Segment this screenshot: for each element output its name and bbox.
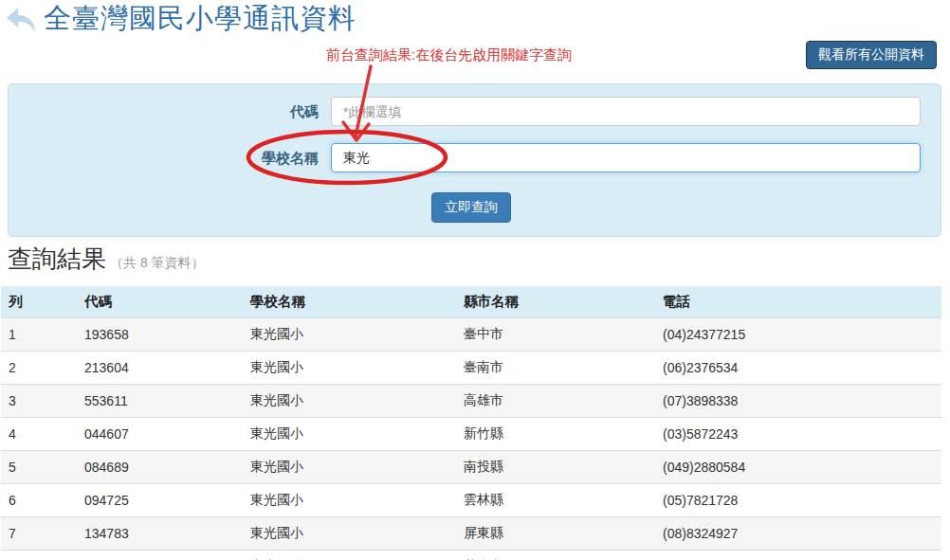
cell-school: 東光國小 bbox=[243, 551, 456, 560]
cell-school: 東光國小 bbox=[243, 484, 456, 517]
table-row: 1 193658 東光國小 臺中市 (04)24377215 bbox=[1, 318, 941, 352]
back-arrow-icon[interactable] bbox=[4, 6, 39, 35]
cell-county: 南投縣 bbox=[456, 451, 655, 484]
view-all-public-data-button[interactable]: 觀看所有公開資料 bbox=[806, 41, 937, 69]
page-title: 全臺灣國民小學通訊資料 bbox=[44, 0, 356, 38]
cell-phone: (02)24650329 bbox=[655, 551, 941, 560]
school-name-label: 學校名稱 bbox=[9, 143, 319, 172]
cell-row-no: 4 bbox=[1, 418, 77, 451]
table-row: 4 044607 東光國小 新竹縣 (03)5872243 bbox=[1, 418, 941, 451]
cell-county: 雲林縣 bbox=[456, 484, 655, 517]
cell-row-no: 2 bbox=[1, 352, 77, 385]
table-row: 8 173610 東光國小 基隆市 (02)24650329 bbox=[1, 551, 941, 560]
column-header-school: 學校名稱 bbox=[243, 286, 456, 318]
column-header-row: 列 bbox=[1, 286, 77, 318]
cell-school: 東光國小 bbox=[243, 451, 456, 484]
cell-phone: (05)7821728 bbox=[655, 484, 941, 517]
cell-school: 東光國小 bbox=[243, 517, 456, 551]
cell-row-no: 3 bbox=[1, 385, 77, 418]
cell-row-no: 5 bbox=[1, 451, 77, 484]
cell-row-no: 7 bbox=[1, 517, 77, 551]
table-row: 7 134783 東光國小 屏東縣 (08)8324927 bbox=[1, 517, 941, 551]
cell-code: 044607 bbox=[77, 418, 243, 451]
cell-county: 屏東縣 bbox=[456, 517, 655, 551]
cell-row-no: 8 bbox=[1, 551, 77, 560]
table-row: 5 084689 東光國小 南投縣 (049)2880584 bbox=[1, 451, 941, 484]
results-count: （共 8 筆資料） bbox=[110, 255, 205, 270]
cell-phone: (08)8324927 bbox=[655, 517, 941, 551]
cell-code: 193658 bbox=[77, 318, 243, 352]
cell-county: 基隆市 bbox=[456, 551, 655, 560]
table-row: 2 213604 東光國小 臺南市 (06)2376534 bbox=[1, 352, 941, 385]
cell-row-no: 6 bbox=[1, 484, 77, 517]
cell-county: 高雄市 bbox=[456, 385, 655, 418]
cell-county: 新竹縣 bbox=[456, 418, 655, 451]
results-title: 查詢結果（共 8 筆資料） bbox=[8, 243, 205, 276]
back-arrow-glyph bbox=[7, 8, 35, 32]
results-table-header: 列 代碼 學校名稱 縣市名稱 電話 bbox=[1, 286, 941, 318]
code-label: 代碼 bbox=[9, 97, 319, 126]
cell-code: 553611 bbox=[77, 385, 243, 418]
cell-code: 084689 bbox=[77, 451, 243, 484]
cell-school: 東光國小 bbox=[243, 418, 456, 451]
annotation-note: 前台查詢結果:在後台先啟用關鍵字查詢 bbox=[326, 46, 572, 64]
cell-phone: (06)2376534 bbox=[655, 352, 941, 385]
cell-phone: (04)24377215 bbox=[655, 318, 941, 352]
cell-phone: (07)3898338 bbox=[655, 385, 941, 418]
column-header-phone: 電話 bbox=[655, 286, 941, 318]
column-header-code: 代碼 bbox=[77, 286, 243, 318]
table-row: 3 553611 東光國小 高雄市 (07)3898338 bbox=[1, 385, 941, 418]
cell-code: 094725 bbox=[77, 484, 243, 517]
code-input[interactable] bbox=[331, 97, 921, 126]
column-header-county: 縣市名稱 bbox=[456, 286, 655, 318]
cell-county: 臺南市 bbox=[456, 352, 655, 385]
results-table: 列 代碼 學校名稱 縣市名稱 電話 1 193658 東光國小 臺中市 (04)… bbox=[1, 286, 941, 560]
cell-code: 173610 bbox=[77, 551, 243, 560]
cell-code: 213604 bbox=[77, 352, 243, 385]
cell-county: 臺中市 bbox=[456, 318, 655, 352]
cell-phone: (03)5872243 bbox=[655, 418, 941, 451]
search-now-button[interactable]: 立即查詢 bbox=[431, 192, 511, 223]
cell-row-no: 1 bbox=[1, 318, 77, 352]
school-name-input[interactable] bbox=[331, 143, 921, 172]
cell-school: 東光國小 bbox=[243, 318, 456, 352]
cell-phone: (049)2880584 bbox=[655, 451, 941, 484]
cell-school: 東光國小 bbox=[243, 352, 456, 385]
cell-school: 東光國小 bbox=[243, 385, 456, 418]
results-title-text: 查詢結果 bbox=[8, 244, 106, 273]
cell-code: 134783 bbox=[77, 517, 243, 551]
search-panel: 代碼 學校名稱 立即查詢 bbox=[8, 83, 941, 237]
table-row: 6 094725 東光國小 雲林縣 (05)7821728 bbox=[1, 484, 941, 517]
